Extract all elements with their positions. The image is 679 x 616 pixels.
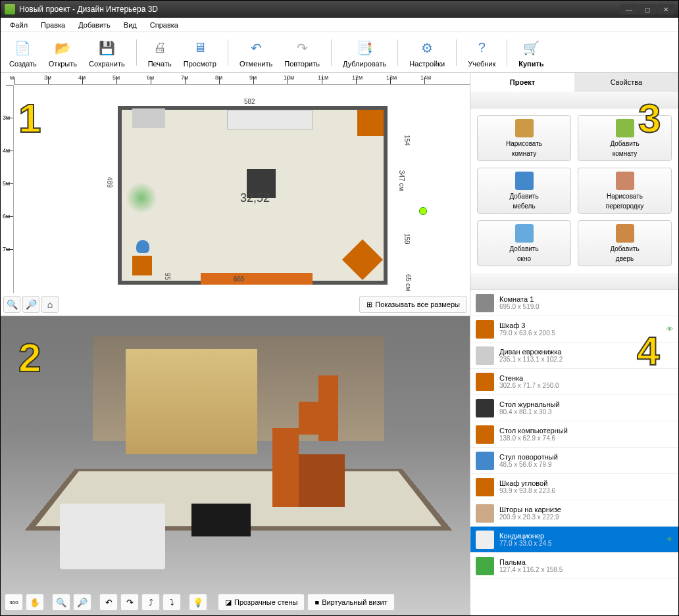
- action-Нарисовать-перегородку[interactable]: Нарисоватьперегородку: [578, 168, 672, 214]
- furniture-chair[interactable]: [136, 240, 149, 253]
- ruler-tick: 6м: [1, 216, 13, 249]
- close-button[interactable]: ✕: [657, 4, 674, 14]
- menu-Вид[interactable]: Вид: [117, 19, 143, 31]
- ruler-tick: 12м: [356, 73, 390, 84]
- rotate-down-button[interactable]: ⤵: [163, 594, 181, 611]
- Учебник-icon: ?: [471, 37, 492, 59]
- list-item[interactable]: Комната 1695.0 x 519.0: [470, 290, 678, 316]
- zoom-out-3d-button[interactable]: 🔍: [52, 594, 70, 611]
- annotation-2: 2: [18, 334, 41, 381]
- ruler-tick: 8м: [219, 73, 253, 84]
- Сохранить-icon: 💾: [96, 37, 117, 59]
- selection-handle[interactable]: [419, 207, 427, 215]
- virtual-visit-button[interactable]: ■ Виртуальный визит: [307, 594, 394, 611]
- eye-icon[interactable]: 👁: [666, 325, 673, 333]
- furniture-desk[interactable]: [132, 256, 152, 275]
- menu-Файл[interactable]: Файл: [3, 19, 34, 31]
- toolbar-Открыть[interactable]: 📂Открыть: [45, 36, 80, 69]
- list-item[interactable]: Стол журнальный80.4 x 80.1 x 30.3: [470, 395, 678, 421]
- object-name: Шторы на карнизе: [499, 506, 673, 513]
- toolbar-Купить[interactable]: 🛒Купить: [515, 36, 547, 69]
- list-item[interactable]: Пальма127.4 x 116.2 x 158.5: [470, 553, 678, 579]
- list-item[interactable]: Стол компьютерный138.0 x 62.9 x 74.6: [470, 421, 678, 448]
- toolbar-label: Сохранить: [89, 60, 125, 68]
- list-item[interactable]: Кондиционер77.0 x 33.0 x 24.5👁: [470, 527, 678, 553]
- action-label-1: Добавить: [610, 245, 639, 252]
- toolbar-Настройки[interactable]: ⚙Настройки: [406, 36, 448, 69]
- tab-Свойства[interactable]: Свойства: [574, 73, 678, 91]
- menu-Справка[interactable]: Справка: [143, 19, 185, 31]
- action-Добавить-мебель[interactable]: Добавитьмебель: [477, 168, 571, 214]
- toolbar-Создать[interactable]: 📄Создать: [6, 36, 40, 69]
- object-icon: [476, 373, 494, 391]
- ruler-horizontal: м3м4м5м6м7м8м9м10м11м12м13м14м: [14, 73, 470, 85]
- furniture-shelf-corner[interactable]: [357, 110, 384, 136]
- object-dims: 80.4 x 80.1 x 30.3: [499, 408, 673, 415]
- plan-view[interactable]: м3м4м5м6м7м8м9м10м11м12м13м14м 3м4м5м6м7…: [1, 73, 470, 316]
- light-button[interactable]: 💡: [189, 594, 207, 611]
- 3d-tools: 360 ✋ 🔍 🔎 ↶ ↷ ⤴ ⤵ 💡 ◪ Прозрачные стены: [5, 593, 466, 611]
- list-item[interactable]: Стул поворотный48.5 x 56.6 x 79.9: [470, 448, 678, 474]
- toolbar-Отменить[interactable]: ↶Отменить: [236, 36, 276, 69]
- object-text: Пальма127.4 x 116.2 x 158.5: [499, 558, 673, 573]
- annotation-4: 4: [637, 327, 659, 374]
- rotate360-button[interactable]: 360: [5, 594, 23, 611]
- furniture-sofa-top[interactable]: [227, 110, 313, 130]
- ruler-tick: 4м: [82, 73, 116, 84]
- plan-canvas[interactable]: 32,52 582 154 347 см 159 65 см 489 665 9…: [14, 85, 470, 293]
- menu-Правка[interactable]: Правка: [34, 19, 72, 31]
- toolbar-separator: [397, 39, 398, 66]
- list-item[interactable]: Шкаф угловой93.9 x 93.8 x 223.6: [470, 474, 678, 500]
- menu-Добавить[interactable]: Добавить: [72, 19, 117, 31]
- ruler-tick: 14м: [424, 73, 459, 84]
- zoom-in-button[interactable]: 🔎: [22, 296, 39, 313]
- toolbar-Просмотр[interactable]: 🖥Просмотр: [180, 36, 220, 69]
- show-dimensions-button[interactable]: ⊞ Показывать все размеры: [359, 296, 467, 313]
- ruler-tick: 9м: [253, 73, 288, 84]
- tab-Проект[interactable]: Проект: [470, 73, 574, 91]
- app-icon: [5, 4, 15, 14]
- object-name: Пальма: [499, 558, 673, 566]
- toolbar-Учебник[interactable]: ?Учебник: [465, 36, 499, 69]
- rotate-up-button[interactable]: ⤴: [141, 594, 160, 611]
- maximize-button[interactable]: ◻: [639, 4, 656, 14]
- ruler-tick: 4м: [1, 151, 13, 183]
- pan-button[interactable]: ✋: [26, 594, 44, 611]
- room-outline[interactable]: 32,52: [118, 106, 388, 285]
- zoom-out-button[interactable]: 🔍: [3, 296, 20, 313]
- ruler-tick: 13м: [390, 73, 424, 84]
- object-dims: 77.0 x 33.0 x 24.5: [499, 540, 661, 547]
- object-icon: [476, 320, 494, 339]
- list-item[interactable]: Шторы на карнизе200.9 x 20.3 x 222.9: [470, 500, 678, 527]
- rotate-left-button[interactable]: ↶: [99, 594, 118, 611]
- toolbar-Печать[interactable]: 🖨Печать: [145, 36, 175, 69]
- titlebar: Новый проект - Дизайн Интерьера 3D — ◻ ✕: [1, 1, 678, 18]
- furniture-sofa-bottom[interactable]: [201, 273, 313, 285]
- toolbar-Повторить[interactable]: ↷Повторить: [281, 36, 323, 69]
- ruler-tick: 3м: [48, 73, 82, 84]
- object-name: Стул поворотный: [499, 453, 673, 461]
- minimize-button[interactable]: —: [620, 4, 638, 14]
- toolbar-Дублировать[interactable]: 📑Дублировать: [340, 36, 390, 69]
- home-button[interactable]: ⌂: [41, 296, 59, 313]
- zoom-in-3d-button[interactable]: 🔎: [73, 594, 91, 611]
- furniture-corner-shelf[interactable]: [342, 239, 383, 280]
- furniture-ac[interactable]: [132, 108, 165, 128]
- object-name: Стол журнальный: [499, 400, 673, 408]
- rotate-right-button[interactable]: ↷: [120, 594, 139, 611]
- eye-icon[interactable]: 👁: [666, 536, 673, 543]
- action-icon: [616, 224, 634, 243]
- Печать-icon: 🖨: [149, 37, 170, 59]
- object-icon: [476, 504, 494, 523]
- action-Добавить-дверь[interactable]: Добавитьдверь: [578, 220, 672, 266]
- action-Нарисовать-комнату[interactable]: Нарисоватькомнату: [477, 115, 571, 161]
- transparent-walls-button[interactable]: ◪ Прозрачные стены: [218, 594, 305, 611]
- 3d-view[interactable]: 360 ✋ 🔍 🔎 ↶ ↷ ⤴ ⤵ 💡 ◪ Прозрачные стены: [1, 316, 470, 615]
- toolbar-Сохранить[interactable]: 💾Сохранить: [86, 36, 128, 69]
- plant-icon[interactable]: [126, 182, 157, 214]
- transparent-label: Прозрачные стены: [234, 598, 297, 606]
- action-Добавить-окно[interactable]: Добавитьокно: [477, 220, 571, 266]
- toolbar-label: Купить: [518, 60, 543, 68]
- object-text: Стол журнальный80.4 x 80.1 x 30.3: [499, 400, 673, 415]
- action-label-2: комнату: [512, 150, 536, 157]
